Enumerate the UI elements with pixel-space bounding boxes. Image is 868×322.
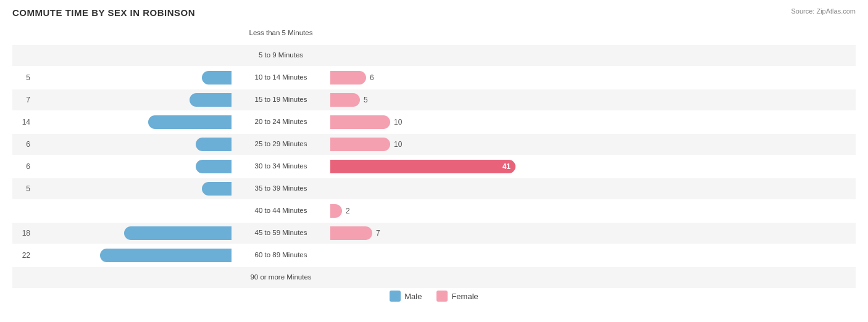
row-label: 35 to 39 Minutes — [232, 184, 330, 193]
row-label: Less than 5 Minutes — [232, 29, 330, 38]
bar-left-container — [34, 134, 232, 155]
bar-left-container — [34, 89, 232, 110]
bar-row: 40 to 44 Minutes 2 — [12, 200, 856, 221]
bar-left-container — [34, 23, 232, 44]
female-wrapper — [330, 27, 358, 40]
female-wrapper — [330, 182, 358, 196]
row-label: 40 to 44 Minutes — [232, 207, 330, 215]
right-value: 7 — [372, 229, 400, 237]
row-label: 45 to 59 Minutes — [232, 229, 330, 237]
legend-male-label: Male — [404, 292, 422, 301]
bar-female: 41 — [330, 160, 515, 173]
bar-male — [124, 226, 232, 240]
bar-right-container: 41 — [330, 156, 528, 177]
female-wrapper — [330, 249, 358, 262]
bar-right-container — [330, 178, 528, 199]
bar-right-container: 2 — [330, 200, 528, 221]
bar-female — [330, 226, 372, 240]
female-wrapper — [330, 49, 358, 62]
bar-right-container: 10 — [330, 112, 528, 133]
bar-male — [196, 160, 232, 173]
legend-male-box — [390, 291, 401, 302]
bar-right-container: 7 — [330, 223, 528, 244]
bar-left-container — [34, 67, 232, 88]
left-value: 6 — [12, 162, 34, 171]
left-value: 18 — [12, 229, 34, 237]
bar-male — [202, 71, 232, 85]
bar-row: Less than 5 Minutes — [12, 23, 856, 44]
bar-female — [330, 71, 366, 85]
bar-row: 7 15 to 19 Minutes 5 — [12, 89, 856, 110]
bar-female — [330, 115, 390, 129]
bar-row: 90 or more Minutes — [12, 267, 856, 288]
bar-male — [190, 93, 232, 107]
female-wrapper: 5 — [330, 93, 388, 107]
female-wrapper: 7 — [330, 226, 400, 240]
bar-row: 18 45 to 59 Minutes 7 — [12, 223, 856, 244]
female-wrapper: 6 — [330, 71, 394, 85]
bar-female — [330, 138, 390, 151]
left-value: 6 — [12, 140, 34, 149]
bar-left-container — [34, 178, 232, 199]
row-label: 10 to 14 Minutes — [232, 73, 330, 82]
bar-row: 22 60 to 89 Minutes — [12, 245, 856, 266]
row-label: 90 or more Minutes — [232, 273, 330, 282]
right-value: 10 — [390, 118, 418, 126]
bar-left-container — [34, 223, 232, 244]
right-value: 5 — [360, 96, 388, 104]
bar-row: 14 20 to 24 Minutes 10 — [12, 112, 856, 133]
bar-left-container — [34, 112, 232, 133]
bar-left-container — [34, 45, 232, 66]
bar-male — [196, 138, 232, 151]
bar-right-container: 10 — [330, 134, 528, 155]
bar-left-container — [34, 267, 232, 288]
bar-right-container: 5 — [330, 89, 528, 110]
legend-female-box — [436, 291, 448, 302]
female-wrapper — [330, 271, 358, 284]
row-label: 30 to 34 Minutes — [232, 162, 330, 171]
legend-male: Male — [390, 291, 422, 302]
bar-left-container — [34, 156, 232, 177]
female-wrapper: 10 — [330, 115, 418, 129]
bar-female — [330, 93, 360, 107]
female-wrapper: 2 — [330, 204, 370, 218]
row-label: 20 to 24 Minutes — [232, 118, 330, 126]
bar-left-container — [34, 200, 232, 221]
bar-row: 5 10 to 14 Minutes 6 — [12, 67, 856, 88]
bar-row: 6 30 to 34 Minutes 41 — [12, 156, 856, 177]
row-label: 15 to 19 Minutes — [232, 96, 330, 104]
left-value: 7 — [12, 96, 34, 104]
legend-female-label: Female — [451, 292, 478, 301]
row-label: 5 to 9 Minutes — [232, 51, 330, 60]
left-value: 5 — [12, 184, 34, 193]
bar-right-container — [330, 45, 528, 66]
right-value: 6 — [366, 73, 394, 82]
left-value: 14 — [12, 118, 34, 126]
bar-row: 5 35 to 39 Minutes — [12, 178, 856, 199]
bar-male — [100, 249, 232, 262]
female-wrapper: 41 — [330, 160, 515, 173]
bar-row: 6 25 to 29 Minutes 10 — [12, 134, 856, 155]
row-label: 25 to 29 Minutes — [232, 140, 330, 149]
left-value: 5 — [12, 73, 34, 82]
bar-male — [148, 115, 232, 129]
left-value: 22 — [12, 251, 34, 260]
right-value: 2 — [342, 207, 370, 215]
bar-left-container — [34, 245, 232, 266]
female-wrapper: 10 — [330, 138, 418, 151]
female-large-value: 41 — [503, 162, 511, 171]
right-value: 10 — [390, 140, 418, 149]
bar-row: 5 to 9 Minutes — [12, 45, 856, 66]
legend: Male Female — [12, 291, 856, 302]
bar-right-container — [330, 23, 528, 44]
legend-female: Female — [436, 291, 478, 302]
chart-title: COMMUTE TIME BY SEX IN ROBINSON — [12, 7, 856, 18]
chart-container: COMMUTE TIME BY SEX IN ROBINSON Source: … — [0, 0, 868, 322]
source-text: Source: ZipAtlas.com — [791, 7, 856, 15]
bar-right-container — [330, 267, 528, 288]
chart-area: Less than 5 Minutes 5 to 9 Minutes 5 — [12, 23, 856, 276]
row-label: 60 to 89 Minutes — [232, 251, 330, 260]
bar-male — [202, 182, 232, 196]
bar-female — [330, 204, 342, 218]
bar-right-container: 6 — [330, 67, 528, 88]
